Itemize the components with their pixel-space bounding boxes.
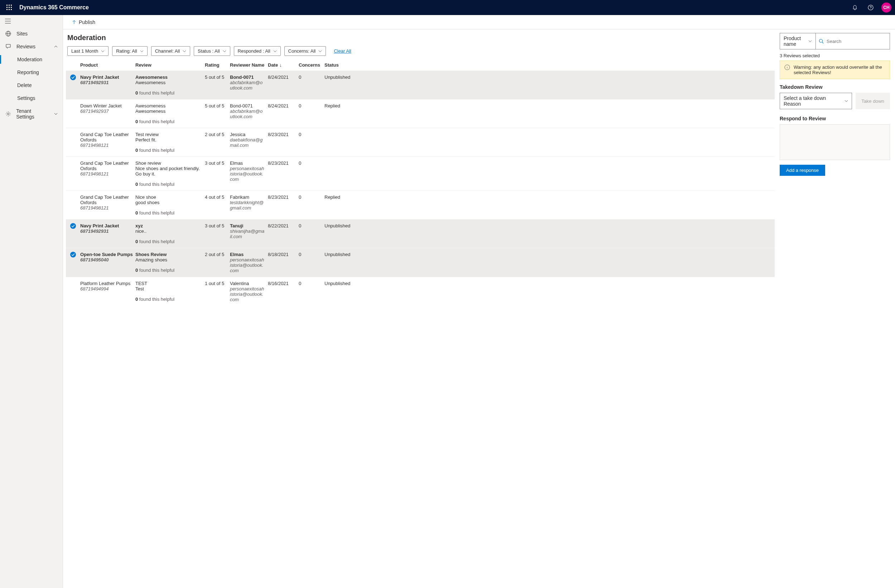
filter-channel[interactable]: Channel: All <box>151 46 190 56</box>
concerns-count: 0 <box>299 223 325 244</box>
waffle-icon[interactable] <box>4 2 15 13</box>
chevron-down-icon <box>183 50 186 52</box>
help-icon[interactable] <box>863 0 878 15</box>
sidebar-item-delete[interactable]: Delete <box>0 79 63 92</box>
product-name: Down Winter Jacket <box>80 103 135 109</box>
review-title: Awesomeness <box>135 74 201 80</box>
review-date: 8/18/2021 <box>268 252 299 273</box>
col-date[interactable]: Date↓ <box>268 62 299 68</box>
helpful-count: 0 found this helpful <box>135 119 201 124</box>
chevron-down-icon <box>273 50 277 52</box>
table-row[interactable]: Down Winter Jacket 68719492937 Awesomene… <box>66 99 775 128</box>
filter-responded[interactable]: Responded : All <box>234 46 281 56</box>
filter-bar: Last 1 Month Rating: All Channel: All St… <box>66 46 775 56</box>
notifications-icon[interactable] <box>848 0 862 15</box>
col-product[interactable]: Product <box>80 62 135 68</box>
warning-banner: Warning: any action would overwrite all … <box>780 61 890 79</box>
takedown-button[interactable]: Take down <box>856 93 890 109</box>
publish-button[interactable]: Publish <box>71 19 95 25</box>
gear-icon <box>5 111 11 117</box>
rating-value: 5 out of 5 <box>205 74 230 95</box>
sidebar-item-settings[interactable]: Settings <box>0 92 63 105</box>
filter-rating[interactable]: Rating: All <box>112 46 147 56</box>
avatar[interactable]: CH <box>881 3 891 12</box>
sidebar-item-moderation[interactable]: Moderation <box>0 53 63 66</box>
sidebar-item-reviews[interactable]: Reviews <box>0 40 63 53</box>
chevron-down-icon <box>101 50 105 52</box>
rating-value: 4 out of 5 <box>205 194 230 215</box>
svg-rect-8 <box>11 9 12 10</box>
product-name: Grand Cap Toe Leather Oxfords <box>80 161 135 171</box>
col-reviewer[interactable]: Reviewer Name <box>230 62 268 68</box>
sidebar-item-tenant-settings[interactable]: Tenant Settings <box>0 105 63 123</box>
concerns-count: 0 <box>299 74 325 95</box>
details-panel: Product name 3 Reviews selected Warning:… <box>775 29 895 588</box>
table-row[interactable]: Navy Print Jacket 68719492931 Awesomenes… <box>66 71 775 99</box>
col-concerns[interactable]: Concerns <box>299 62 325 68</box>
sidebar-item-reporting[interactable]: Reporting <box>0 66 63 79</box>
review-status: Replied <box>325 103 353 124</box>
hamburger-icon[interactable] <box>0 15 63 27</box>
filter-status[interactable]: Status : All <box>194 46 230 56</box>
product-name: Navy Print Jacket <box>80 74 135 80</box>
review-body: Awesomeness <box>135 109 201 114</box>
search-by-select[interactable]: Product name <box>780 33 816 49</box>
concerns-count: 0 <box>299 132 325 153</box>
reviewer-name: Bond-0071 <box>230 74 265 80</box>
filter-concerns[interactable]: Concerns: All <box>284 46 326 56</box>
table-row[interactable]: Open-toe Suede Pumps 68719495040 Shoes R… <box>66 248 775 277</box>
helpful-count: 0 found this helpful <box>135 297 201 302</box>
search-box[interactable] <box>816 33 890 49</box>
svg-rect-0 <box>6 5 8 6</box>
sidebar-item-label: Moderation <box>17 56 42 62</box>
helpful-count: 0 found this helpful <box>135 268 201 273</box>
rating-value: 3 out of 5 <box>205 223 230 244</box>
table-row[interactable]: Platform Leather Pumps 68719494994 TEST … <box>66 277 775 306</box>
table-row[interactable]: Grand Cap Toe Leather Oxfords 6871949812… <box>66 156 775 191</box>
col-rating[interactable]: Rating <box>205 62 230 68</box>
clear-all-link[interactable]: Clear All <box>334 48 351 54</box>
chevron-up-icon <box>54 45 58 48</box>
filter-date-range[interactable]: Last 1 Month <box>67 46 109 56</box>
helpful-count: 0 found this helpful <box>135 182 201 187</box>
reviews-table: Product Review Rating Reviewer Name Date… <box>66 60 775 306</box>
add-response-button[interactable]: Add a response <box>780 165 825 176</box>
table-row[interactable]: Grand Cap Toe Leather Oxfords 6871949812… <box>66 191 775 219</box>
check-icon[interactable] <box>70 252 76 258</box>
svg-rect-5 <box>11 7 12 8</box>
table-row[interactable]: Grand Cap Toe Leather Oxfords 6871949812… <box>66 128 775 156</box>
review-body: Perfect fit. <box>135 137 201 142</box>
sort-desc-icon: ↓ <box>279 62 282 68</box>
product-id: 68719494994 <box>80 286 135 291</box>
reviewer-email: abcfabrikam@outlook.com <box>230 80 265 91</box>
reviewer-name: Valentina <box>230 281 265 286</box>
review-title: Test review <box>135 132 201 137</box>
search-icon <box>819 39 824 44</box>
review-date: 8/23/2021 <box>268 132 299 153</box>
takedown-title: Takedown Review <box>780 84 890 90</box>
table-row[interactable]: Navy Print Jacket 68719492931 xyz nice..… <box>66 219 775 248</box>
chevron-down-icon <box>845 100 848 102</box>
helpful-count: 0 found this helpful <box>135 239 201 244</box>
response-textarea[interactable] <box>780 124 890 160</box>
takedown-reason-select[interactable]: Select a take down Reason <box>780 93 852 109</box>
svg-point-9 <box>868 5 873 10</box>
review-body: Amazing shoes <box>135 257 201 262</box>
product-id: 68719498121 <box>80 142 135 148</box>
col-review[interactable]: Review <box>135 62 205 68</box>
col-status[interactable]: Status <box>325 62 353 68</box>
review-date: 8/24/2021 <box>268 103 299 124</box>
check-icon[interactable] <box>70 223 76 229</box>
search-input[interactable] <box>827 39 887 44</box>
review-body: nice.. <box>135 229 201 234</box>
helpful-count: 0 found this helpful <box>135 147 201 153</box>
sidebar-item-sites[interactable]: Sites <box>0 27 63 40</box>
reviewer-name: Bond-0071 <box>230 103 265 109</box>
check-icon[interactable] <box>70 74 76 80</box>
chevron-down-icon <box>319 50 322 52</box>
review-date: 8/24/2021 <box>268 74 299 95</box>
app-header: Dynamics 365 Commerce CH <box>0 0 895 15</box>
page-title: Moderation <box>66 33 775 46</box>
sidebar: Sites Reviews Moderation Reporting Delet… <box>0 15 63 588</box>
review-body: Nice shoes and pocket friendly. Go buy i… <box>135 166 201 177</box>
